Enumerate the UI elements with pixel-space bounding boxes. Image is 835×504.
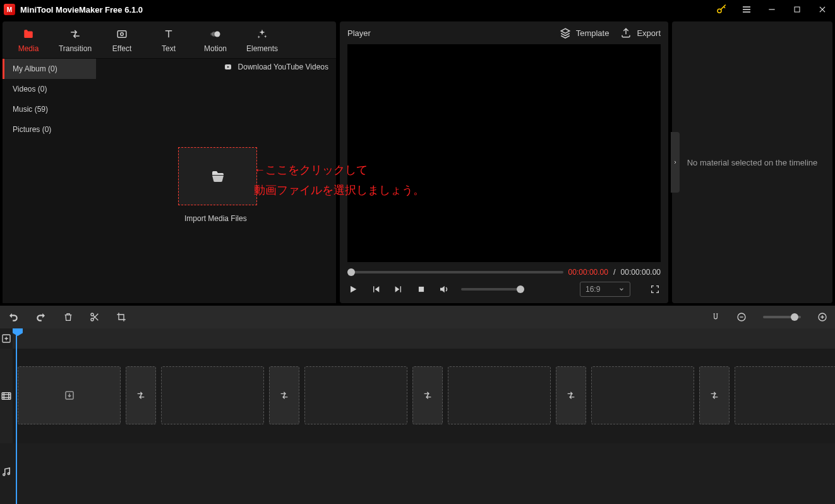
- tab-motion-label: Motion: [204, 44, 227, 53]
- time-separator: /: [613, 267, 616, 277]
- zoom-out-button[interactable]: [736, 312, 747, 322]
- undo-button[interactable]: [8, 311, 19, 323]
- sidebar-item-music[interactable]: Music (59): [3, 99, 96, 119]
- sparkle-icon: [256, 28, 268, 40]
- prev-frame-button[interactable]: [370, 284, 381, 295]
- svg-point-16: [8, 473, 9, 475]
- effect-icon: [116, 28, 128, 40]
- time-total: 00:00:00.00: [621, 268, 661, 277]
- tool-tabs: Media Transition Effect: [3, 21, 336, 58]
- zoom-slider[interactable]: [763, 316, 801, 318]
- clip-slot[interactable]: [735, 366, 835, 424]
- media-category-list: My Album (0) Videos (0) Music (59) Pictu…: [3, 59, 96, 303]
- playhead[interactable]: [16, 328, 17, 504]
- import-media-label: Import Media Files: [184, 214, 247, 223]
- folder-open-icon: [209, 169, 227, 184]
- tab-effect[interactable]: Effect: [99, 23, 145, 58]
- window-maximize-button[interactable]: [784, 0, 810, 19]
- stop-button[interactable]: [416, 284, 427, 295]
- svg-rect-14: [2, 393, 11, 400]
- download-youtube-label: Download YouTube Videos: [238, 63, 328, 71]
- video-track-icon: [0, 349, 13, 443]
- layers-icon: [560, 27, 571, 39]
- clip-slot[interactable]: [304, 366, 407, 424]
- transition-slot[interactable]: [412, 366, 443, 424]
- tab-media[interactable]: Media: [5, 23, 52, 58]
- snap-button[interactable]: [711, 312, 720, 322]
- svg-rect-2: [117, 31, 126, 38]
- window-title: MiniTool MovieMaker Free 6.1.0: [20, 5, 143, 15]
- add-track-button[interactable]: [0, 328, 13, 349]
- fullscreen-button[interactable]: [649, 284, 661, 295]
- motion-icon: [209, 28, 222, 40]
- tab-transition[interactable]: Transition: [52, 23, 99, 58]
- text-icon: [162, 28, 175, 40]
- svg-point-15: [3, 474, 5, 476]
- chevron-down-icon: [618, 286, 625, 292]
- player-title: Player: [347, 28, 371, 38]
- crop-button[interactable]: [116, 312, 126, 322]
- svg-rect-1: [795, 7, 800, 12]
- inspector-empty-label: No material selected on the timeline: [672, 158, 832, 167]
- timeline: [0, 328, 835, 504]
- tab-effect-label: Effect: [112, 44, 131, 53]
- clip-slot[interactable]: [448, 366, 551, 424]
- export-label: Export: [637, 28, 661, 38]
- next-frame-button[interactable]: [393, 284, 404, 295]
- transition-slot[interactable]: [556, 366, 586, 424]
- clip-slot[interactable]: [161, 366, 264, 424]
- timeline-ruler[interactable]: [13, 328, 835, 349]
- window-close-button[interactable]: [810, 0, 835, 19]
- volume-button[interactable]: [438, 284, 450, 295]
- aspect-ratio-select[interactable]: 16:9: [580, 282, 630, 297]
- tab-media-label: Media: [18, 44, 39, 53]
- template-label: Template: [576, 28, 610, 38]
- template-button[interactable]: Template: [560, 27, 610, 39]
- play-button[interactable]: [347, 284, 359, 295]
- video-track[interactable]: [13, 349, 835, 443]
- tutorial-annotation-line1: ←ここをクリックして: [254, 160, 424, 180]
- clip-slot[interactable]: [18, 366, 121, 424]
- aspect-ratio-value: 16:9: [586, 285, 600, 294]
- window-minimize-button[interactable]: [759, 0, 784, 19]
- seek-slider[interactable]: [347, 271, 563, 273]
- sidebar-item-videos[interactable]: Videos (0): [3, 79, 96, 99]
- sidebar-item-pictures[interactable]: Pictures (0): [3, 119, 96, 140]
- audio-track[interactable]: [13, 443, 835, 500]
- transition-slot[interactable]: [126, 366, 156, 424]
- svg-point-6: [210, 33, 213, 36]
- hamburger-menu-button[interactable]: [734, 0, 759, 19]
- transition-slot[interactable]: [699, 366, 730, 424]
- export-icon: [620, 27, 632, 39]
- sidebar-item-my-album[interactable]: My Album (0): [3, 59, 96, 79]
- tab-elements[interactable]: Elements: [239, 23, 285, 58]
- tutorial-annotation-line2: 動画ファイルを選択しましょう。: [254, 180, 424, 200]
- split-button[interactable]: [90, 312, 100, 322]
- redo-button[interactable]: [35, 311, 47, 323]
- tab-text[interactable]: Text: [145, 23, 192, 58]
- clip-slot[interactable]: [591, 366, 694, 424]
- tab-motion[interactable]: Motion: [192, 23, 239, 58]
- tab-elements-label: Elements: [246, 44, 278, 53]
- transition-slot[interactable]: [269, 366, 299, 424]
- tab-text-label: Text: [162, 44, 176, 53]
- inspector-panel: No material selected on the timeline: [672, 21, 832, 303]
- delete-button[interactable]: [63, 312, 73, 322]
- export-button[interactable]: Export: [620, 27, 661, 39]
- folder-icon: [21, 28, 35, 40]
- svg-rect-8: [419, 287, 424, 292]
- clip-download-icon: [64, 390, 75, 401]
- download-youtube-link[interactable]: Download YouTube Videos: [223, 63, 328, 71]
- tutorial-annotation: ←ここをクリックして 動画ファイルを選択しましょう。: [254, 160, 424, 201]
- download-icon: [223, 63, 233, 71]
- time-current: 00:00:00.00: [568, 268, 608, 277]
- zoom-in-button[interactable]: [817, 312, 827, 322]
- svg-point-3: [121, 33, 124, 36]
- media-panel: Media Transition Effect: [3, 21, 336, 303]
- license-key-button[interactable]: [709, 0, 734, 19]
- volume-slider[interactable]: [461, 288, 524, 291]
- import-media-button[interactable]: [178, 147, 257, 205]
- preview-viewport[interactable]: [347, 44, 661, 262]
- title-bar: M MiniTool MovieMaker Free 6.1.0: [0, 0, 835, 19]
- audio-track-icon: [0, 443, 13, 500]
